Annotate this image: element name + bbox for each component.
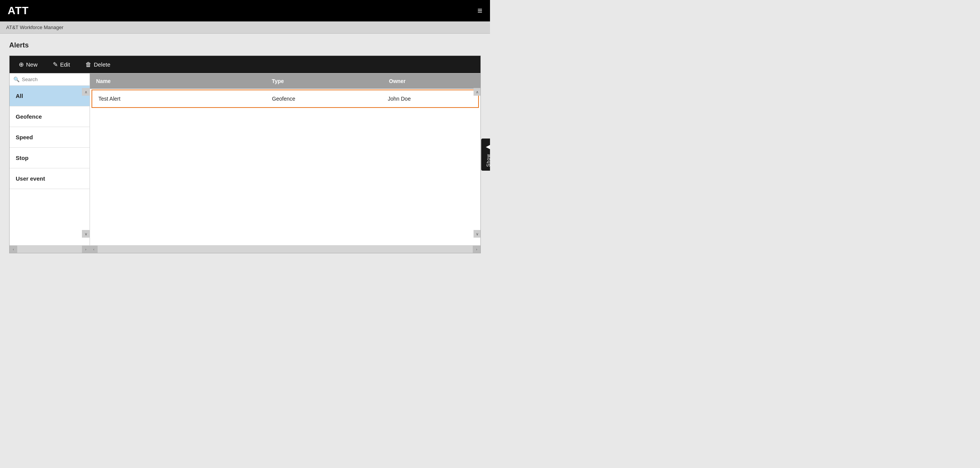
table-area: Name Type Owner Test Alert Geofence John… (90, 73, 480, 245)
delete-button[interactable]: 🗑 Delete (82, 60, 113, 69)
sidebar: 🔍 ∧ All Geofence Speed Stop User event ∨ (10, 73, 90, 245)
sidebar-scroll-down[interactable]: ∨ (82, 230, 90, 238)
hamburger-icon[interactable]: ≡ (477, 6, 482, 16)
sidebar-list: All Geofence Speed Stop User event (10, 86, 90, 245)
sidebar-item-speed[interactable]: Speed (10, 127, 90, 148)
table-header: Name Type Owner (90, 73, 480, 89)
column-header-name: Name (90, 77, 266, 86)
table-scroll-up[interactable]: ∧ (474, 88, 480, 96)
edit-icon: ✎ (53, 62, 58, 68)
content-area: 🔍 ∧ All Geofence Speed Stop User event ∨ (10, 73, 480, 245)
sidebar-scroll-left[interactable]: ‹ (10, 246, 17, 253)
sidebar-item-stop[interactable]: Stop (10, 148, 90, 168)
top-navigation: ATT ≡ (0, 0, 490, 21)
new-button[interactable]: ⊕ New (16, 60, 41, 69)
cell-owner: John Doe (382, 94, 478, 103)
breadcrumb: AT&T Workforce Manager (6, 24, 64, 30)
table-scroll-right[interactable]: › (473, 246, 480, 253)
delete-icon: 🗑 (85, 62, 91, 68)
sidebar-scrollbar: ‹ › (10, 246, 90, 253)
delete-label: Delete (94, 61, 110, 68)
show-panel-label: Show (486, 153, 490, 166)
table-scroll-left[interactable]: ‹ (90, 246, 98, 253)
sidebar-item-all[interactable]: All (10, 86, 90, 106)
toolbar: ⊕ New ✎ Edit 🗑 Delete (10, 56, 480, 73)
table-scrollbar: ‹ › (90, 246, 480, 253)
cell-name: Test Alert (92, 94, 266, 103)
sidebar-scroll-up[interactable]: ∧ (82, 88, 90, 96)
main-panel: ⊕ New ✎ Edit 🗑 Delete 🔍 ∧ (9, 55, 481, 253)
cell-type: Geofence (266, 94, 382, 103)
sidebar-item-userevent[interactable]: User event (10, 168, 90, 189)
new-label: New (26, 61, 38, 68)
column-header-owner: Owner (383, 77, 480, 86)
page-content: Alerts ⊕ New ✎ Edit 🗑 Delete 🔍 (0, 34, 490, 261)
show-panel[interactable]: ◀ Show (481, 138, 490, 170)
search-icon: 🔍 (13, 77, 20, 82)
breadcrumb-bar: AT&T Workforce Manager (0, 21, 490, 34)
edit-button[interactable]: ✎ Edit (50, 60, 73, 69)
table-row[interactable]: Test Alert Geofence John Doe (91, 90, 479, 108)
table-scroll-down[interactable]: ∨ (474, 230, 480, 238)
edit-label: Edit (60, 61, 70, 68)
bottom-scrollbars: ‹ › ‹ › (10, 245, 480, 253)
show-panel-arrow: ◀ (486, 142, 490, 150)
search-input[interactable] (22, 77, 86, 82)
page-title: Alerts (9, 41, 481, 49)
table-body: Test Alert Geofence John Doe (90, 89, 480, 245)
new-icon: ⊕ (19, 62, 24, 68)
search-box: 🔍 (10, 73, 90, 86)
column-header-type: Type (266, 77, 383, 86)
sidebar-scroll-right[interactable]: › (82, 246, 90, 253)
app-logo: ATT (8, 5, 29, 17)
sidebar-item-geofence[interactable]: Geofence (10, 106, 90, 127)
